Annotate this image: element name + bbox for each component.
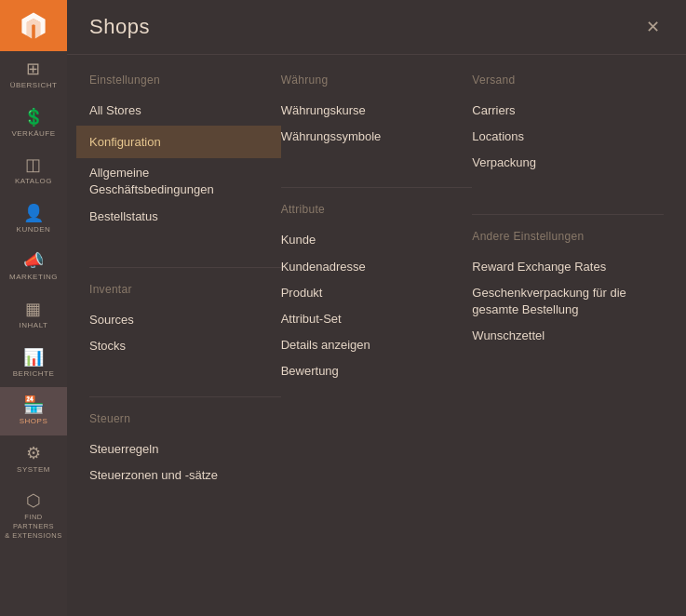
menu-item-details-anzeigen[interactable]: Details anzeigen [281,332,473,358]
menu-item-carriers[interactable]: Carriers [472,98,664,124]
menu-column-2: Währung Währungskurse Währungssymbole At… [281,74,473,597]
menu-item-waehrungssymbole[interactable]: Währungssymbole [281,124,473,150]
menu-item-waehrungskurse[interactable]: Währungskurse [281,98,473,124]
close-button[interactable]: ✕ [642,15,664,39]
uebersicht-icon: ⊞ [26,60,41,77]
berichte-icon: 📊 [23,349,45,366]
heading-waehrung: Währung [281,74,473,87]
menu-item-geschenkverpackung[interactable]: Geschenkverpackung für diegesamte Bestel… [472,280,664,323]
section-einstellungen: Einstellungen All Stores Konfiguration A… [89,74,281,230]
heading-einstellungen: Einstellungen [89,74,281,87]
sidebar-item-system[interactable]: ⚙ System [0,435,67,484]
sidebar-item-katalog[interactable]: ◫ Katalog [0,147,67,195]
menu-item-konfiguration[interactable]: Konfiguration [76,126,281,158]
menu-column-3: Versand Carriers Locations Verpackung An… [472,74,664,597]
menu-item-steuerzonen[interactable]: Steuerzonen und -sätze [89,462,281,489]
menu-item-reward-exchange[interactable]: Reward Exchange Rates [472,254,664,280]
sidebar-label-partners: Find Partners& Extensions [4,513,63,540]
sidebar-label-inhalt: Inhalt [20,321,48,330]
sidebar-item-kunden[interactable]: 👤 Kunden [0,195,67,244]
section-steuern: Steuern Steuerregeln Steuerzonen und -sä… [89,412,281,489]
panel-header: Shops ✕ [67,0,686,55]
sidebar-item-partners[interactable]: ⬡ Find Partners& Extensions [0,483,67,553]
menu-content: Einstellungen All Stores Konfiguration A… [67,55,686,616]
menu-item-stocks[interactable]: Stocks [89,333,281,359]
menu-item-produkt[interactable]: Produkt [281,280,473,306]
section-inventar: Inventar Sources Stocks [89,283,281,359]
sidebar-label-system: System [17,465,50,475]
sidebar-item-berichte[interactable]: 📊 Berichte [0,340,67,388]
inhalt-icon: ▦ [25,301,42,317]
menu-item-verpackung[interactable]: Verpackung [472,150,664,176]
heading-attribute: Attribute [281,203,473,216]
menu-item-locations[interactable]: Locations [472,124,664,150]
menu-item-kundenadresse[interactable]: Kundenadresse [281,254,473,280]
katalog-icon: ◫ [25,156,42,173]
divider-1 [89,267,281,268]
menu-item-wunschzettel[interactable]: Wunschzettel [472,323,664,349]
menu-item-all-stores[interactable]: All Stores [89,98,281,124]
menu-item-steuerregeln[interactable]: Steuerregeln [89,436,281,462]
main-panel: Shops ✕ Einstellungen All Stores Konfigu… [67,0,686,616]
section-andere: Andere Einstellungen Reward Exchange Rat… [472,230,664,350]
sidebar-item-verkaufe[interactable]: 💲 Verkäufe [0,100,67,148]
shops-icon: 🏪 [23,396,45,413]
sidebar-label-marketing: Marketing [9,273,58,282]
divider-2 [89,396,281,397]
menu-item-bewertung[interactable]: Bewertung [281,358,473,384]
menu-item-agb[interactable]: AllgemeineGeschäftsbedingungen [89,160,281,203]
sidebar-item-inhalt[interactable]: ▦ Inhalt [0,291,67,340]
menu-column-1: Einstellungen All Stores Konfiguration A… [89,74,281,597]
menu-item-kunde[interactable]: Kunde [281,227,473,253]
sidebar-item-marketing[interactable]: 📣 Marketing [0,243,67,291]
kunden-icon: 👤 [23,205,45,221]
partners-icon: ⬡ [26,492,42,509]
sidebar-item-uebersicht[interactable]: ⊞ Übersicht [0,51,67,100]
verkaufe-icon: 💲 [23,109,45,126]
sidebar-label-kunden: Kunden [17,225,51,234]
sidebar-label-shops: Shops [20,417,48,426]
menu-item-bestellstatus[interactable]: Bestellstatus [89,204,281,230]
page-title: Shops [89,15,150,39]
sidebar-label-verkaufe: Verkäufe [11,129,55,139]
sidebar-label-berichte: Berichte [13,369,54,379]
marketing-icon: 📣 [23,252,45,269]
divider-4 [472,214,664,215]
section-waehrung: Währung Währungskurse Währungssymbole [281,74,473,150]
heading-versand: Versand [472,74,664,87]
system-icon: ⚙ [26,445,42,462]
section-versand: Versand Carriers Locations Verpackung [472,74,664,177]
logo [0,0,67,51]
sidebar-item-shops[interactable]: 🏪 Shops [0,387,67,435]
sidebar-label-uebersicht: Übersicht [10,81,58,90]
menu-item-attribut-set[interactable]: Attribut-Set [281,306,473,332]
section-attribute: Attribute Kunde Kundenadresse Produkt At… [281,203,473,384]
sidebar: ⊞ Übersicht 💲 Verkäufe ◫ Katalog 👤 Kunde… [0,0,67,616]
menu-item-sources[interactable]: Sources [89,307,281,333]
divider-3 [281,187,473,188]
heading-inventar: Inventar [89,283,281,296]
heading-andere: Andere Einstellungen [472,230,664,243]
heading-steuern: Steuern [89,412,281,425]
sidebar-label-katalog: Katalog [15,177,52,186]
